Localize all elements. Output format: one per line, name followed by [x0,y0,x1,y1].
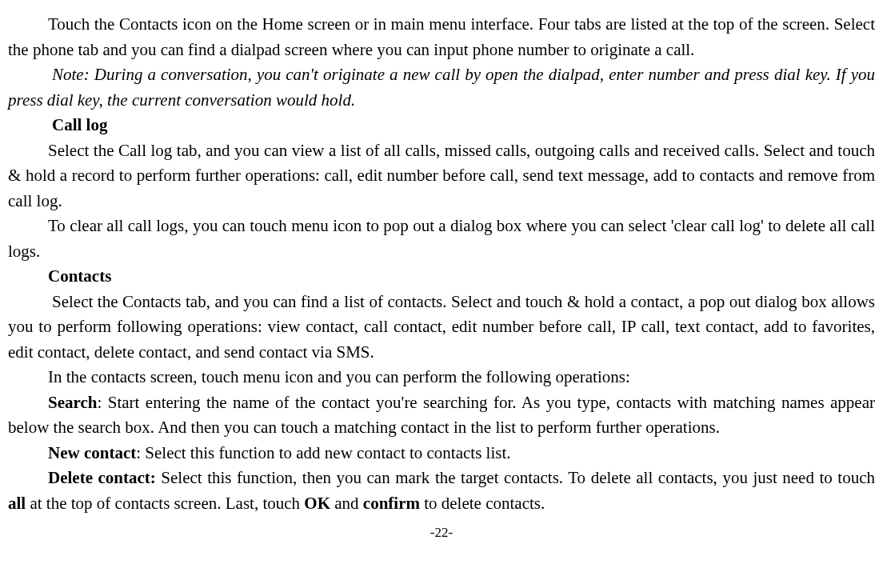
label-all: all [8,494,26,513]
label-search: Search [48,393,97,412]
text-search: : Start entering the name of the contact… [8,393,875,438]
text-delete-3: and [330,494,363,513]
label-new-contact: New contact [48,443,136,462]
label-ok: OK [304,494,330,513]
label-delete-contact: Delete contact: [48,468,161,487]
paragraph-new-contact: New contact: Select this function to add… [8,441,875,466]
heading-call-log: Call log [8,113,875,138]
label-confirm: confirm [363,494,420,513]
text-delete-1: Select this function, then you can mark … [161,468,875,487]
heading-contacts: Contacts [8,264,875,290]
paragraph-intro: Touch the Contacts icon on the Home scre… [8,12,875,62]
paragraph-contacts-1: Select the Contacts tab, and you can fin… [8,290,875,366]
paragraph-note: Note: During a conversation, you can't o… [8,62,875,113]
paragraph-delete-contact: Delete contact: Select this function, th… [8,466,875,516]
text-delete-2: at the top of contacts screen. Last, tou… [26,494,304,513]
paragraph-call-log-1: Select the Call log tab, and you can vie… [8,138,875,214]
paragraph-contacts-2: In the contacts screen, touch menu icon … [8,365,875,390]
page-number: -22- [8,522,875,543]
text-new-contact: : Select this function to add new contac… [136,443,510,462]
paragraph-search: Search: Start entering the name of the c… [8,390,875,441]
paragraph-call-log-2: To clear all call logs, you can touch me… [8,214,875,264]
text-delete-4: to delete contacts. [420,494,545,513]
